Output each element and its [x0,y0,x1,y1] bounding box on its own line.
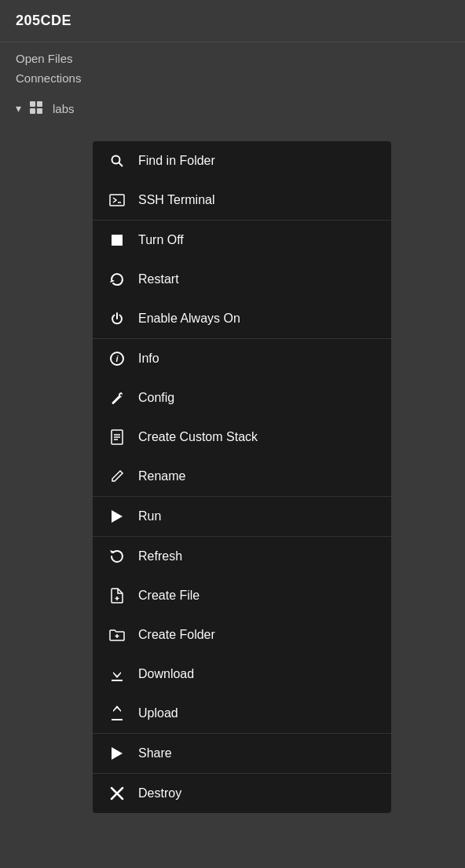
open-files-link[interactable]: Open Files [16,52,449,65]
svg-rect-21 [112,719,123,720]
menu-item-share[interactable]: Share [93,733,391,773]
menu-item-destroy[interactable]: Destroy [93,773,391,813]
labs-row: ▾ labs [0,94,465,122]
menu-label-run: Run [138,509,161,523]
share-icon [108,745,126,762]
menu-item-turn-off[interactable]: Turn Off [93,220,391,260]
menu-label-enable-always-on: Enable Always On [138,312,240,326]
menu-label-restart: Restart [138,272,179,286]
file-plus-icon [108,587,126,604]
terminal-icon [108,191,126,209]
restart-icon [108,271,126,288]
menu-label-create-file: Create File [138,589,200,603]
app-header: 205CDE [0,0,465,42]
menu-item-rename[interactable]: Rename [93,457,391,496]
svg-rect-2 [30,108,35,114]
destroy-icon [108,785,126,802]
svg-line-5 [119,163,123,167]
pencil-icon [108,468,126,485]
svg-marker-18 [113,667,121,678]
menu-item-restart[interactable]: Restart [93,260,391,299]
app-title: 205CDE [16,13,71,28]
refresh-icon [108,548,126,565]
context-menu: Find in Folder SSH TerminalTurn Off Rest… [93,141,391,813]
grid-icon [29,100,45,116]
menu-label-destroy: Destroy [138,786,181,801]
menu-label-turn-off: Turn Off [138,233,184,247]
play-icon [108,508,126,525]
menu-item-create-custom-stack[interactable]: Create Custom Stack [93,418,391,457]
svg-rect-3 [37,108,42,114]
menu-item-run[interactable]: Run [93,496,391,536]
menu-label-config: Config [138,391,174,405]
menu-item-refresh[interactable]: Refresh [93,536,391,576]
search-icon [108,152,126,170]
menu-item-create-folder[interactable]: Create Folder [93,615,391,655]
menu-label-info: Info [138,352,159,366]
menu-label-rename: Rename [138,469,185,483]
labs-label: labs [53,102,75,115]
chevron-down-icon[interactable]: ▾ [16,102,21,115]
menu-item-info[interactable]: i Info [93,338,391,378]
menu-item-ssh-terminal[interactable]: SSH Terminal [93,181,391,220]
info-icon: i [108,350,126,367]
svg-rect-0 [30,101,35,107]
menu-item-download[interactable]: Download [93,655,391,694]
document-icon [108,429,126,446]
connections-link[interactable]: Connections [16,71,449,85]
menu-label-upload: Upload [138,706,178,720]
menu-item-find-in-folder[interactable]: Find in Folder [93,141,391,181]
svg-text:i: i [115,354,119,363]
svg-rect-19 [112,680,123,681]
upload-icon [108,705,126,722]
download-icon [108,666,126,683]
menu-label-share: Share [138,746,172,760]
wrench-icon [108,389,126,407]
power-icon [108,310,126,327]
nav-links: Open Files Connections [0,42,465,94]
menu-item-create-file[interactable]: Create File [93,576,391,615]
menu-item-upload[interactable]: Upload [93,694,391,733]
menu-label-create-custom-stack: Create Custom Stack [138,430,258,444]
menu-label-create-folder: Create Folder [138,628,215,642]
svg-marker-20 [113,706,121,717]
menu-item-config[interactable]: Config [93,378,391,418]
folder-plus-icon [108,626,126,644]
menu-label-find-in-folder: Find in Folder [138,154,215,168]
menu-label-download: Download [138,667,194,681]
svg-rect-1 [37,101,42,107]
svg-point-4 [112,156,120,164]
stop-icon [108,232,126,249]
menu-label-refresh: Refresh [138,549,182,563]
menu-item-enable-always-on[interactable]: Enable Always On [93,299,391,338]
menu-label-ssh-terminal: SSH Terminal [138,193,215,207]
